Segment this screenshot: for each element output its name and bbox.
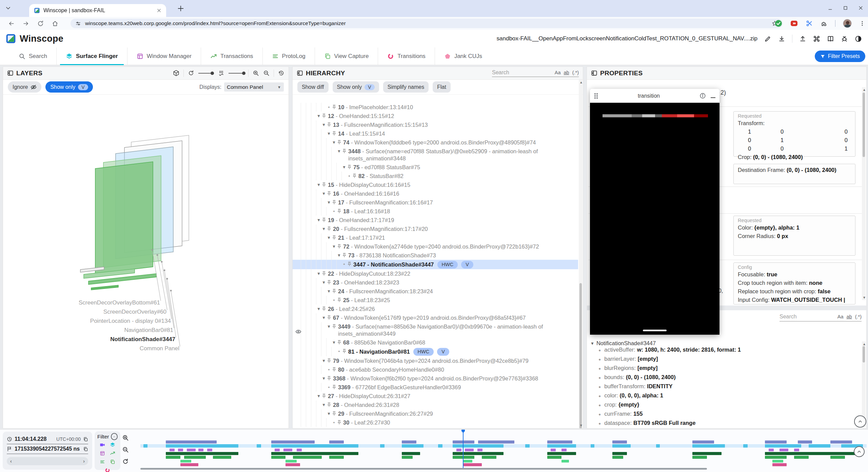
trace-segment-window-manager[interactable] <box>198 449 203 451</box>
trace-segment-surface-flinger[interactable] <box>743 444 748 448</box>
pin-icon[interactable] <box>327 358 332 363</box>
expand-arrow-icon[interactable]: ▼ <box>316 306 321 313</box>
property-item-crop[interactable]: ●crop:{empty} <box>590 401 861 411</box>
simplify-names-chip[interactable]: Simplify names <box>383 81 429 93</box>
pin-icon[interactable] <box>352 173 357 178</box>
trace-segment-protolog[interactable] <box>293 456 322 459</box>
trace-segment-protolog[interactable] <box>794 456 809 459</box>
trace-segment-surface-flinger[interactable] <box>547 444 576 448</box>
expand-arrow-icon[interactable]: ▼ <box>321 279 327 286</box>
expand-arrow-icon[interactable]: ▼ <box>336 252 342 259</box>
pin-icon[interactable] <box>332 200 337 205</box>
pin-icon[interactable] <box>337 297 342 302</box>
3d-view-icon[interactable] <box>173 70 179 76</box>
trace-segment-transactions[interactable] <box>453 452 504 455</box>
trace-segment-window-manager[interactable] <box>465 449 474 451</box>
trace-segment-surface-flinger[interactable] <box>402 444 423 448</box>
trace-segment-surface-flinger[interactable] <box>612 444 631 448</box>
protolog-icon[interactable] <box>100 459 105 465</box>
pin-icon[interactable] <box>327 402 332 407</box>
pin-icon[interactable] <box>332 411 337 416</box>
trace-segment-window-manager[interactable] <box>178 449 183 451</box>
pin-icon[interactable] <box>347 261 352 267</box>
expand-arrow-icon[interactable]: ▼ <box>331 339 337 346</box>
property-tree-root[interactable]: ▼ NotificationShade#3447 <box>590 340 861 347</box>
spacing-slider[interactable] <box>229 73 244 74</box>
trace-segment-view-capture[interactable] <box>285 460 296 463</box>
trace-segment-protolog[interactable] <box>453 456 474 459</box>
expand-arrow-icon[interactable]: ▼ <box>321 401 327 409</box>
expand-arrow-icon[interactable]: ▼ <box>336 148 342 155</box>
omnibox[interactable]: winscope.teams.x20web.corp.google.com/pr… <box>71 19 783 28</box>
transactions-icon[interactable] <box>110 451 115 456</box>
expand-arrow-icon[interactable]: ▼ <box>316 181 321 189</box>
trace-segment-window-manager[interactable] <box>477 449 482 451</box>
trace-segment-transactions[interactable] <box>547 452 576 455</box>
expand-arrow-icon[interactable]: ▼ <box>326 323 332 330</box>
pin-icon[interactable] <box>327 315 332 320</box>
info-icon[interactable] <box>699 93 706 99</box>
pin-icon[interactable] <box>327 280 332 285</box>
collapse-timeline-button[interactable] <box>854 446 865 457</box>
trace-segment-surface-flinger[interactable] <box>591 444 594 448</box>
trace-segment-protolog[interactable] <box>692 456 707 459</box>
expand-arrow-icon[interactable]: ▼ <box>316 393 321 400</box>
trace-segment-protolog[interactable] <box>402 456 413 459</box>
tree-node-28[interactable]: ▼28 - OneHanded:26:31#28 <box>293 400 578 409</box>
minimize-popup-icon[interactable] <box>711 94 715 98</box>
tree-node-3369[interactable]: ●3369 - 67726bf EdgeBackGestureHandler0#… <box>293 383 578 392</box>
filter-presets-button[interactable]: Filter Presets <box>815 51 865 62</box>
trace-segment-screen-recording[interactable] <box>478 440 514 444</box>
maximize-icon[interactable] <box>843 5 848 11</box>
expand-arrow-icon[interactable]: ▼ <box>326 288 332 295</box>
expand-arrow-icon[interactable]: ▼ <box>316 270 321 277</box>
trace-segment-surface-flinger[interactable] <box>166 444 238 448</box>
property-tree-scrollbar[interactable]: ▲ <box>862 341 866 427</box>
extension-check-icon[interactable] <box>774 19 783 27</box>
trace-segment-transactions[interactable] <box>166 452 238 455</box>
browser-tab[interactable]: Winscope | sandbox-FAIL <box>29 4 166 17</box>
expand-arrow-icon[interactable]: ▼ <box>321 314 327 321</box>
collapse-panel-icon[interactable] <box>7 70 14 76</box>
report-bug-icon[interactable] <box>841 35 848 42</box>
trace-segment-screen-recording[interactable] <box>453 440 474 444</box>
reload-icon[interactable] <box>37 20 44 27</box>
property-item-currframe[interactable]: ●currFrame:155 <box>590 411 861 420</box>
expand-arrow-icon[interactable]: ▼ <box>321 190 327 197</box>
trace-segment-screen-recording[interactable] <box>547 440 573 444</box>
show-diff-chip[interactable]: Show diff <box>297 81 329 93</box>
tree-node-3447[interactable]: ●3447 - NotificationShade#3447HWCV <box>293 260 578 269</box>
site-settings-icon[interactable] <box>75 21 81 26</box>
trace-segment-screen-recording[interactable] <box>329 440 344 444</box>
layer-label-screendecoroverlay-60[interactable]: ScreenDecorOverlay#60 <box>103 309 166 315</box>
zoom-out-icon[interactable] <box>263 70 270 76</box>
trace-segment-window-manager[interactable] <box>780 449 788 451</box>
layer-label-navigationbar0-81[interactable]: NavigationBar0#81 <box>124 327 173 334</box>
property-item-barrierlayer[interactable]: ●barrierLayer:[empty] <box>590 356 861 365</box>
layers-3d-canvas[interactable] <box>3 104 289 428</box>
tab-transitions[interactable]: Transitions <box>378 47 435 65</box>
reset-view-icon[interactable] <box>278 70 284 76</box>
expand-arrow-icon[interactable]: ▼ <box>326 130 332 137</box>
zoom-out-icon[interactable] <box>122 446 129 453</box>
trace-segment-surface-flinger[interactable] <box>692 444 725 448</box>
surface-flinger-icon[interactable] <box>110 442 115 448</box>
tree-node-12[interactable]: ▼12 - OneHanded:15:15#12 <box>293 112 578 120</box>
drag-handle-icon[interactable] <box>594 93 598 99</box>
expand-arrow-icon[interactable]: ▼ <box>341 164 347 171</box>
timeline-range-scrollbar[interactable]: ‹ › <box>7 457 88 465</box>
tree-node-68[interactable]: ▼68 - 885b63e NavigationBar0#68 <box>293 338 578 347</box>
trace-segment-screen-recording[interactable] <box>830 440 852 444</box>
timestamp-value[interactable]: 11:04:14.228 <box>15 436 54 442</box>
tree-node-73[interactable]: ▼73 - 8736138 NotificationShade#73 <box>293 251 578 260</box>
expand-arrow-icon[interactable]: ▼ <box>331 243 337 250</box>
trace-segment-surface-flinger[interactable] <box>765 444 801 448</box>
close-icon[interactable] <box>858 5 863 11</box>
trace-segment-screen-recording[interactable] <box>692 440 714 444</box>
tab-search[interactable]: Search <box>9 47 56 65</box>
screen-recording-icon[interactable] <box>100 442 105 448</box>
trace-segment-view-capture[interactable] <box>772 460 783 463</box>
screenshot-popup[interactable]: transition <box>590 89 719 335</box>
forward-icon[interactable] <box>23 20 29 27</box>
trace-segment-protolog[interactable] <box>612 456 623 459</box>
